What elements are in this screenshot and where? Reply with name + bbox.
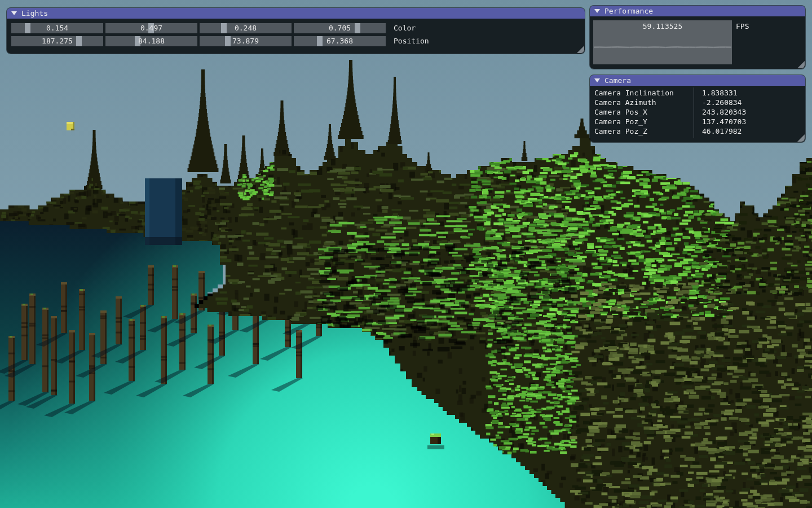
- slider-value: 67.368: [294, 36, 386, 46]
- camera-row: Camera Azimuth -2.260834: [594, 98, 801, 107]
- camera-row: Camera Inclination 1.838331: [594, 88, 801, 98]
- light-position-slider-z[interactable]: 73.879: [200, 36, 292, 46]
- resize-grip-icon[interactable]: [797, 61, 805, 68]
- camera-panel-title: Camera: [604, 75, 631, 86]
- slider-value: 73.879: [200, 36, 292, 46]
- camera-row-value: -2.260834: [694, 98, 742, 107]
- lights-panel-content: 0.154 0.497 0.248 0.705 Color 187.275: [7, 19, 585, 46]
- camera-row: Camera Pos_X 243.820343: [594, 107, 801, 117]
- fps-current-value: 59.113525: [593, 22, 732, 30]
- camera-row-value: 46.017982: [694, 126, 742, 136]
- fps-plot: 59.113525: [593, 20, 732, 64]
- camera-columns-divider: [694, 87, 694, 138]
- slider-value: 0.497: [105, 23, 197, 33]
- light-position-slider-x[interactable]: 187.275: [11, 36, 103, 46]
- camera-row-label: Camera Poz_Y: [594, 117, 694, 126]
- camera-row: Camera Poz_Y 137.470703: [594, 117, 801, 126]
- camera-row-label: Camera Azimuth: [594, 98, 694, 107]
- light-position-slider-w[interactable]: 67.368: [294, 36, 386, 46]
- collapse-arrow-icon[interactable]: [594, 78, 600, 82]
- camera-row-label: Camera Inclination: [594, 88, 694, 98]
- performance-panel: Performance 59.113525 FPS: [590, 6, 805, 69]
- light-position-row: 187.275 84.188 73.879 67.368 Position: [11, 36, 580, 46]
- light-color-slider-g[interactable]: 0.497: [105, 23, 197, 33]
- camera-panel: Camera Camera Inclination 1.838331 Camer…: [590, 75, 805, 142]
- lights-panel-titlebar[interactable]: Lights: [7, 8, 585, 19]
- position-row-label: Position: [394, 36, 429, 46]
- light-color-slider-r[interactable]: 0.154: [11, 23, 103, 33]
- camera-readouts: Camera Inclination 1.838331 Camera Azimu…: [594, 88, 801, 136]
- camera-row-value: 137.470703: [694, 117, 746, 126]
- performance-panel-title: Performance: [604, 6, 653, 16]
- light-position-slider-y[interactable]: 84.188: [105, 36, 197, 46]
- camera-row-label: Camera Poz_Z: [594, 126, 694, 136]
- light-color-row: 0.154 0.497 0.248 0.705 Color: [11, 23, 580, 33]
- color-row-label: Color: [394, 23, 416, 33]
- slider-value: 84.188: [105, 36, 197, 46]
- collapse-arrow-icon[interactable]: [11, 11, 17, 15]
- lights-panel-title: Lights: [21, 8, 48, 19]
- camera-panel-titlebar[interactable]: Camera: [590, 75, 805, 86]
- slider-value: 0.705: [294, 23, 386, 33]
- light-color-slider-b[interactable]: 0.248: [200, 23, 292, 33]
- fps-unit-label: FPS: [736, 22, 749, 30]
- lights-panel: Lights 0.154 0.497 0.248 0.705 Color: [7, 8, 585, 54]
- slider-value: 0.154: [11, 23, 103, 33]
- light-color-slider-a[interactable]: 0.705: [294, 23, 386, 33]
- slider-value: 0.248: [200, 23, 292, 33]
- resize-grip-icon[interactable]: [577, 46, 584, 53]
- camera-row-value: 243.820343: [694, 107, 746, 117]
- collapse-arrow-icon[interactable]: [594, 9, 600, 13]
- camera-row-value: 1.838331: [694, 88, 738, 98]
- camera-row: Camera Poz_Z 46.017982: [594, 126, 801, 136]
- performance-panel-titlebar[interactable]: Performance: [590, 6, 805, 16]
- camera-row-label: Camera Pos_X: [594, 107, 694, 117]
- slider-value: 187.275: [11, 36, 103, 46]
